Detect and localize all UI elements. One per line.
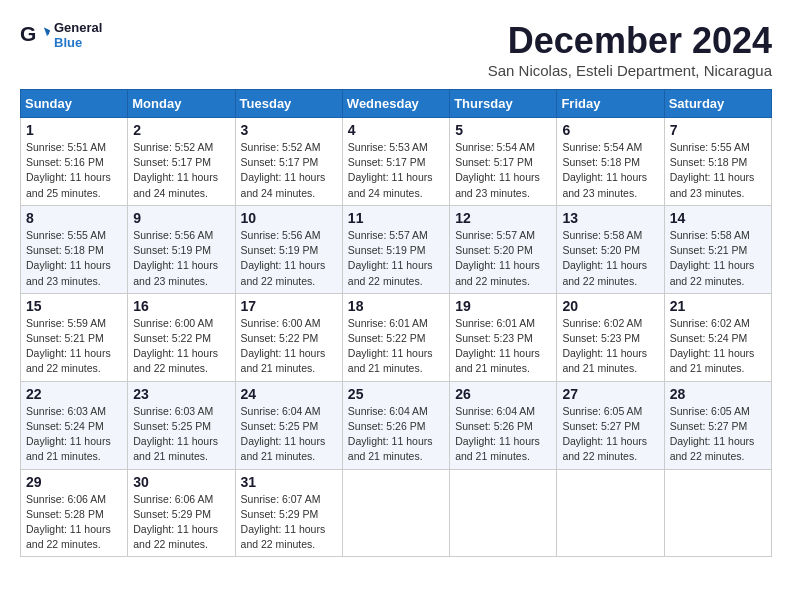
calendar-cell: 9Sunrise: 5:56 AMSunset: 5:19 PMDaylight…: [128, 205, 235, 293]
day-info: Sunrise: 6:04 AMSunset: 5:26 PMDaylight:…: [455, 404, 551, 465]
day-number: 31: [241, 474, 337, 490]
day-number: 14: [670, 210, 766, 226]
calendar-cell: 21Sunrise: 6:02 AMSunset: 5:24 PMDayligh…: [664, 293, 771, 381]
calendar-cell: 17Sunrise: 6:00 AMSunset: 5:22 PMDayligh…: [235, 293, 342, 381]
calendar-cell: 14Sunrise: 5:58 AMSunset: 5:21 PMDayligh…: [664, 205, 771, 293]
day-number: 10: [241, 210, 337, 226]
logo: G General Blue: [20, 20, 102, 50]
calendar-cell: 29Sunrise: 6:06 AMSunset: 5:28 PMDayligh…: [21, 469, 128, 557]
day-number: 17: [241, 298, 337, 314]
location-subtitle: San Nicolas, Esteli Department, Nicaragu…: [488, 62, 772, 79]
calendar-cell: [664, 469, 771, 557]
day-info: Sunrise: 5:58 AMSunset: 5:20 PMDaylight:…: [562, 228, 658, 289]
calendar-cell: 10Sunrise: 5:56 AMSunset: 5:19 PMDayligh…: [235, 205, 342, 293]
day-info: Sunrise: 5:56 AMSunset: 5:19 PMDaylight:…: [133, 228, 229, 289]
day-info: Sunrise: 5:53 AMSunset: 5:17 PMDaylight:…: [348, 140, 444, 201]
day-number: 8: [26, 210, 122, 226]
calendar-cell: 31Sunrise: 6:07 AMSunset: 5:29 PMDayligh…: [235, 469, 342, 557]
calendar-cell: 27Sunrise: 6:05 AMSunset: 5:27 PMDayligh…: [557, 381, 664, 469]
day-number: 9: [133, 210, 229, 226]
day-info: Sunrise: 5:59 AMSunset: 5:21 PMDaylight:…: [26, 316, 122, 377]
day-number: 16: [133, 298, 229, 314]
day-number: 19: [455, 298, 551, 314]
day-info: Sunrise: 6:00 AMSunset: 5:22 PMDaylight:…: [133, 316, 229, 377]
calendar-week-3: 15Sunrise: 5:59 AMSunset: 5:21 PMDayligh…: [21, 293, 772, 381]
calendar-cell: 19Sunrise: 6:01 AMSunset: 5:23 PMDayligh…: [450, 293, 557, 381]
calendar-cell: 12Sunrise: 5:57 AMSunset: 5:20 PMDayligh…: [450, 205, 557, 293]
calendar-cell: 16Sunrise: 6:00 AMSunset: 5:22 PMDayligh…: [128, 293, 235, 381]
calendar-cell: 11Sunrise: 5:57 AMSunset: 5:19 PMDayligh…: [342, 205, 449, 293]
weekday-header-tuesday: Tuesday: [235, 90, 342, 118]
calendar-cell: 22Sunrise: 6:03 AMSunset: 5:24 PMDayligh…: [21, 381, 128, 469]
calendar-cell: 2Sunrise: 5:52 AMSunset: 5:17 PMDaylight…: [128, 118, 235, 206]
calendar-week-4: 22Sunrise: 6:03 AMSunset: 5:24 PMDayligh…: [21, 381, 772, 469]
day-number: 4: [348, 122, 444, 138]
calendar-cell: 5Sunrise: 5:54 AMSunset: 5:17 PMDaylight…: [450, 118, 557, 206]
day-number: 24: [241, 386, 337, 402]
day-number: 12: [455, 210, 551, 226]
day-number: 21: [670, 298, 766, 314]
day-number: 11: [348, 210, 444, 226]
day-number: 29: [26, 474, 122, 490]
calendar-cell: [342, 469, 449, 557]
day-number: 26: [455, 386, 551, 402]
calendar-header-row: SundayMondayTuesdayWednesdayThursdayFrid…: [21, 90, 772, 118]
day-number: 25: [348, 386, 444, 402]
calendar-week-1: 1Sunrise: 5:51 AMSunset: 5:16 PMDaylight…: [21, 118, 772, 206]
calendar-cell: [557, 469, 664, 557]
logo-blue: Blue: [54, 35, 102, 50]
day-info: Sunrise: 6:06 AMSunset: 5:28 PMDaylight:…: [26, 492, 122, 553]
title-block: December 2024 San Nicolas, Esteli Depart…: [488, 20, 772, 79]
calendar-cell: 25Sunrise: 6:04 AMSunset: 5:26 PMDayligh…: [342, 381, 449, 469]
day-number: 1: [26, 122, 122, 138]
day-number: 27: [562, 386, 658, 402]
calendar-cell: 28Sunrise: 6:05 AMSunset: 5:27 PMDayligh…: [664, 381, 771, 469]
day-number: 28: [670, 386, 766, 402]
weekday-header-wednesday: Wednesday: [342, 90, 449, 118]
calendar-cell: 20Sunrise: 6:02 AMSunset: 5:23 PMDayligh…: [557, 293, 664, 381]
calendar-cell: 4Sunrise: 5:53 AMSunset: 5:17 PMDaylight…: [342, 118, 449, 206]
day-info: Sunrise: 5:55 AMSunset: 5:18 PMDaylight:…: [670, 140, 766, 201]
calendar-week-2: 8Sunrise: 5:55 AMSunset: 5:18 PMDaylight…: [21, 205, 772, 293]
page-header: G General Blue December 2024 San Nicolas…: [20, 20, 772, 79]
day-info: Sunrise: 6:01 AMSunset: 5:22 PMDaylight:…: [348, 316, 444, 377]
day-number: 5: [455, 122, 551, 138]
day-number: 30: [133, 474, 229, 490]
calendar-table: SundayMondayTuesdayWednesdayThursdayFrid…: [20, 89, 772, 557]
day-number: 18: [348, 298, 444, 314]
weekday-header-saturday: Saturday: [664, 90, 771, 118]
day-number: 7: [670, 122, 766, 138]
day-info: Sunrise: 6:04 AMSunset: 5:25 PMDaylight:…: [241, 404, 337, 465]
calendar-cell: 13Sunrise: 5:58 AMSunset: 5:20 PMDayligh…: [557, 205, 664, 293]
day-info: Sunrise: 5:52 AMSunset: 5:17 PMDaylight:…: [241, 140, 337, 201]
calendar-cell: 18Sunrise: 6:01 AMSunset: 5:22 PMDayligh…: [342, 293, 449, 381]
day-info: Sunrise: 6:02 AMSunset: 5:23 PMDaylight:…: [562, 316, 658, 377]
weekday-header-friday: Friday: [557, 90, 664, 118]
calendar-cell: 7Sunrise: 5:55 AMSunset: 5:18 PMDaylight…: [664, 118, 771, 206]
day-info: Sunrise: 5:57 AMSunset: 5:20 PMDaylight:…: [455, 228, 551, 289]
weekday-header-sunday: Sunday: [21, 90, 128, 118]
weekday-header-monday: Monday: [128, 90, 235, 118]
day-info: Sunrise: 5:54 AMSunset: 5:18 PMDaylight:…: [562, 140, 658, 201]
day-info: Sunrise: 5:54 AMSunset: 5:17 PMDaylight:…: [455, 140, 551, 201]
calendar-cell: 1Sunrise: 5:51 AMSunset: 5:16 PMDaylight…: [21, 118, 128, 206]
logo-icon: G: [20, 20, 50, 50]
day-number: 23: [133, 386, 229, 402]
weekday-header-thursday: Thursday: [450, 90, 557, 118]
calendar-cell: 24Sunrise: 6:04 AMSunset: 5:25 PMDayligh…: [235, 381, 342, 469]
calendar-week-5: 29Sunrise: 6:06 AMSunset: 5:28 PMDayligh…: [21, 469, 772, 557]
day-number: 3: [241, 122, 337, 138]
day-info: Sunrise: 6:03 AMSunset: 5:25 PMDaylight:…: [133, 404, 229, 465]
calendar-cell: 8Sunrise: 5:55 AMSunset: 5:18 PMDaylight…: [21, 205, 128, 293]
logo-general: General: [54, 20, 102, 35]
day-info: Sunrise: 6:05 AMSunset: 5:27 PMDaylight:…: [562, 404, 658, 465]
day-info: Sunrise: 6:07 AMSunset: 5:29 PMDaylight:…: [241, 492, 337, 553]
day-info: Sunrise: 6:00 AMSunset: 5:22 PMDaylight:…: [241, 316, 337, 377]
day-number: 20: [562, 298, 658, 314]
day-info: Sunrise: 5:58 AMSunset: 5:21 PMDaylight:…: [670, 228, 766, 289]
day-info: Sunrise: 5:55 AMSunset: 5:18 PMDaylight:…: [26, 228, 122, 289]
day-info: Sunrise: 6:03 AMSunset: 5:24 PMDaylight:…: [26, 404, 122, 465]
calendar-cell: 26Sunrise: 6:04 AMSunset: 5:26 PMDayligh…: [450, 381, 557, 469]
day-number: 15: [26, 298, 122, 314]
day-info: Sunrise: 5:57 AMSunset: 5:19 PMDaylight:…: [348, 228, 444, 289]
